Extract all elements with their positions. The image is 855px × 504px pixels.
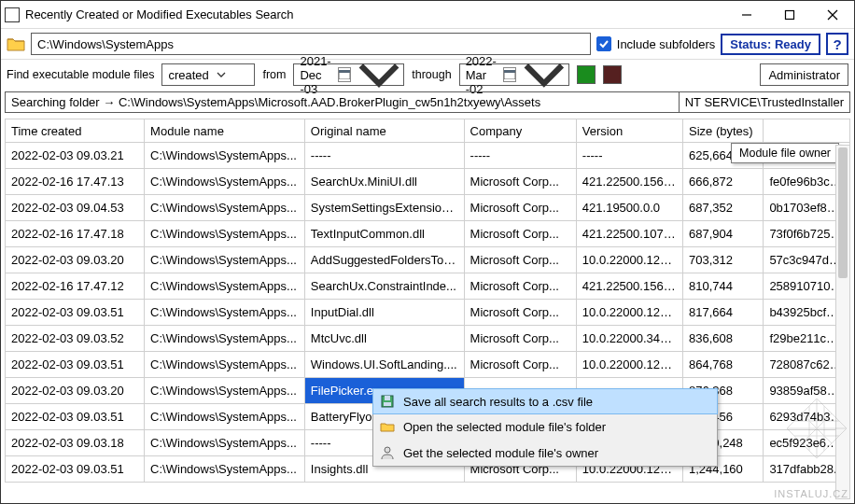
cell-original: SystemSettingsExtension... (304, 195, 464, 221)
cell-version: 421.22500.1565.0 (576, 273, 682, 300)
cell-company: Microsoft Corp... (464, 221, 576, 247)
table-row[interactable]: 2022-02-03 09.03.21C:\Windows\SystemApps… (6, 143, 850, 169)
cell-version: 421.19500.0.0 (576, 195, 682, 221)
cell-company: Microsoft Corp... (464, 247, 576, 273)
context-menu-item[interactable]: Get the selected module file's owner (373, 440, 717, 466)
table-row[interactable]: 2022-02-03 09.03.51C:\Windows\SystemApps… (6, 300, 850, 326)
cell-original: TextInputCommon.dll (304, 221, 464, 247)
close-button[interactable] (811, 1, 854, 29)
cell-time: 2022-02-03 09.03.51 (6, 404, 145, 430)
cell-module: C:\Windows\SystemApps... (145, 456, 305, 483)
table-row[interactable]: 2022-02-16 17.47.18C:\Windows\SystemApps… (6, 221, 850, 247)
cell-time: 2022-02-16 17.47.13 (6, 169, 145, 195)
chevron-down-icon (522, 52, 567, 97)
folder-icon[interactable] (7, 35, 25, 52)
svg-rect-7 (504, 70, 515, 73)
col-owner[interactable] (764, 119, 850, 143)
help-button[interactable]: ? (826, 33, 848, 55)
status-left: Searching folder → C:\Windows\SystemApps… (6, 92, 680, 112)
cell-time: 2022-02-03 09.04.53 (6, 195, 145, 221)
vertical-scrollbar[interactable] (835, 145, 850, 499)
table-row[interactable]: 2022-02-16 17.47.12C:\Windows\SystemApps… (6, 273, 850, 300)
cell-time: 2022-02-03 09.03.52 (6, 326, 145, 352)
cell-size: 864,768 (683, 352, 764, 378)
svg-point-20 (385, 447, 390, 453)
col-size[interactable]: Size (bytes) (683, 119, 764, 143)
svg-rect-5 (339, 70, 350, 73)
calendar-icon (503, 67, 516, 82)
cell-time: 2022-02-03 09.03.20 (6, 247, 145, 273)
cell-module: C:\Windows\SystemApps... (145, 404, 305, 430)
cell-module: C:\Windows\SystemApps... (145, 326, 305, 352)
include-subfolders-checkbox[interactable] (596, 36, 611, 51)
cell-original: AddSuggestedFoldersToL... (304, 247, 464, 273)
cell-module: C:\Windows\SystemApps... (145, 247, 305, 273)
titlebar: Recently Created or Modified Executables… (1, 1, 854, 29)
cell-version: 421.22500.1565.0 (576, 169, 682, 195)
start-button[interactable] (577, 65, 596, 84)
mode-combo[interactable]: created (161, 63, 255, 86)
path-input[interactable] (31, 33, 591, 55)
maximize-icon (784, 9, 795, 21)
context-menu-item[interactable]: Open the selected module file's folder (373, 413, 717, 440)
cell-original: MtcUvc.dll (304, 326, 464, 352)
cell-module: C:\Windows\SystemApps... (145, 221, 305, 247)
cell-time: 2022-02-03 09.03.20 (6, 378, 145, 404)
status-box: Status: Ready (721, 34, 820, 55)
app-icon (5, 7, 20, 22)
col-original[interactable]: Original name (304, 119, 464, 143)
table-row[interactable]: 2022-02-16 17.47.13C:\Windows\SystemApps… (6, 169, 850, 195)
cell-version: 10.0.22000.348 ... (576, 326, 682, 352)
cell-size: 666,872 (683, 169, 764, 195)
context-menu-label: Save all search results to a .csv file (403, 395, 593, 409)
table-row[interactable]: 2022-02-03 09.03.52C:\Windows\SystemApps… (6, 326, 850, 352)
svg-rect-18 (385, 396, 390, 400)
cell-size: 836,608 (683, 326, 764, 352)
cell-version: 10.0.22000.120 ... (576, 300, 682, 326)
maximize-button[interactable] (768, 1, 811, 29)
cell-company: Microsoft Corp... (464, 169, 576, 195)
cell-version: 10.0.22000.120 ... (576, 247, 682, 273)
results-table-wrap: Time created Module name Original name C… (1, 115, 854, 503)
through-label: through (412, 68, 451, 81)
admin-button[interactable]: Administrator (760, 63, 848, 86)
cell-version: 421.22500.1075.0 (576, 221, 682, 247)
cell-company: ----- (464, 143, 576, 169)
cell-original: SearchUx.MiniUI.dll (304, 169, 464, 195)
filter-row: Find executable module files created fro… (1, 60, 854, 90)
cell-version: 10.0.22000.120 ... (576, 352, 682, 378)
cell-time: 2022-02-03 09.03.51 (6, 300, 145, 326)
table-row[interactable]: 2022-02-03 09.04.53C:\Windows\SystemApps… (6, 195, 850, 221)
cell-company: Microsoft Corp... (464, 195, 576, 221)
minimize-icon (741, 9, 752, 21)
context-menu-label: Get the selected module file's owner (403, 446, 598, 460)
context-menu-item[interactable]: Save all search results to a .csv file (372, 388, 718, 414)
cell-module: C:\Windows\SystemApps... (145, 378, 305, 404)
mode-value: created (168, 68, 208, 82)
cell-original: ----- (304, 143, 464, 169)
to-date-picker[interactable]: 2022-Mar -02 (459, 63, 569, 86)
scroll-thumb[interactable] (838, 147, 848, 278)
cell-size: 703,312 (683, 247, 764, 273)
cell-module: C:\Windows\SystemApps... (145, 143, 305, 169)
col-module[interactable]: Module name (145, 119, 305, 143)
svg-rect-19 (384, 402, 391, 406)
cell-version: ----- (576, 143, 682, 169)
col-version[interactable]: Version (576, 119, 682, 143)
cell-company: Microsoft Corp... (464, 326, 576, 352)
status-right: NT SERVICE\TrustedInstaller (680, 92, 849, 112)
disk-icon (379, 393, 396, 410)
window-title: Recently Created or Modified Executables… (25, 7, 725, 21)
cell-original: Windows.UI.SoftLanding.... (304, 352, 464, 378)
cell-original: SearchUx.ConstraintInde... (304, 273, 464, 300)
cell-time: 2022-02-03 09.03.18 (6, 430, 145, 456)
table-row[interactable]: 2022-02-03 09.03.20C:\Windows\SystemApps… (6, 247, 850, 273)
from-date-picker[interactable]: 2021-Dec -03 (293, 63, 404, 86)
minimize-button[interactable] (725, 1, 768, 29)
stop-button[interactable] (603, 65, 622, 84)
col-time[interactable]: Time created (6, 119, 145, 143)
table-row[interactable]: 2022-02-03 09.03.51C:\Windows\SystemApps… (6, 352, 850, 378)
cell-time: 2022-02-03 09.03.51 (6, 456, 145, 483)
cell-original: InputDial.dll (304, 300, 464, 326)
col-company[interactable]: Company (464, 119, 576, 143)
